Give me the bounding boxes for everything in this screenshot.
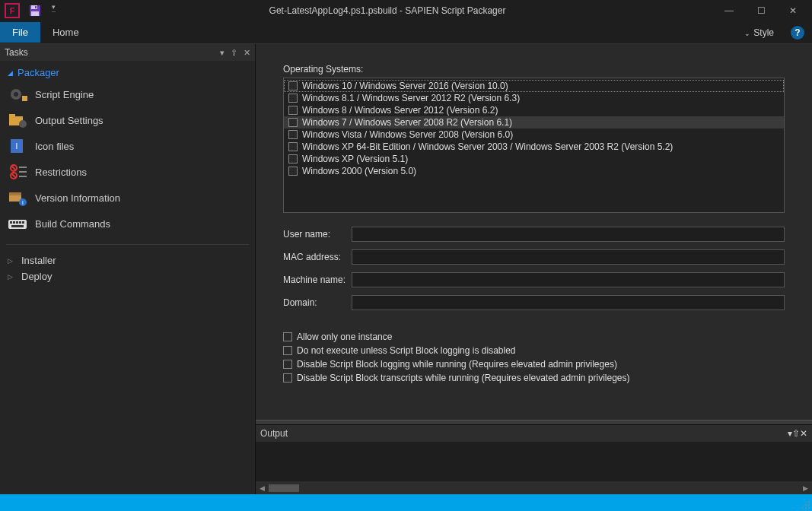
scroll-left-icon[interactable]: ◀	[256, 481, 269, 494]
task-build-commands[interactable]: Build Commands	[0, 211, 255, 236]
os-item[interactable]: Windows 8 / Windows Server 2012 (Version…	[284, 104, 784, 116]
checkbox[interactable]	[288, 167, 298, 176]
os-item[interactable]: Windows 2000 (Version 5.0)	[284, 165, 784, 177]
check-disable-transcripts[interactable]: Disable Script Block transcripts while r…	[283, 371, 785, 385]
icon-file-icon: I	[8, 138, 27, 154]
task-version-information[interactable]: i Version Information	[0, 185, 255, 211]
minimize-button[interactable]: —	[713, 0, 745, 21]
svg-rect-24	[10, 221, 12, 224]
output-panel: Output ▾ ⇧ ✕ ◀ ▶	[256, 424, 812, 494]
task-label: Restrictions	[35, 167, 87, 178]
check-disable-logging[interactable]: Disable Script Block logging while runni…	[283, 357, 785, 371]
svg-rect-6	[22, 96, 27, 101]
restrictions-icon	[8, 163, 27, 180]
svg-rect-16	[19, 167, 27, 168]
section-label: Packager	[18, 67, 59, 78]
tab-file[interactable]: File	[0, 22, 40, 43]
expand-arrow-icon: ▷	[8, 257, 17, 265]
task-label: Script Engine	[35, 89, 94, 100]
svg-rect-2	[31, 11, 39, 16]
svg-point-35	[808, 507, 810, 509]
output-header: Output ▾ ⇧ ✕	[256, 425, 812, 442]
checkbox[interactable]	[288, 81, 298, 90]
scrollbar-thumb[interactable]	[269, 484, 299, 492]
titlebar: F ▾¯ Get-LatestAppLog4.ps1.psbuild - SAP…	[0, 0, 812, 21]
os-item[interactable]: Windows 10 / Windows Server 2016 (Versio…	[284, 80, 784, 92]
collapse-arrow-icon: ◢	[8, 69, 13, 77]
panel-pin-icon[interactable]: ⇧	[792, 428, 800, 439]
keyboard-icon	[8, 215, 27, 232]
tab-home[interactable]: Home	[40, 22, 91, 43]
section-deploy[interactable]: ▷ Deploy	[0, 268, 255, 284]
save-icon[interactable]	[29, 5, 41, 17]
mac-input[interactable]	[352, 249, 785, 265]
svg-rect-28	[22, 221, 24, 224]
check-single-instance[interactable]: Allow only one instance	[283, 330, 785, 344]
content-scroll: Operating Systems: Windows 10 / Windows …	[256, 44, 812, 420]
close-button[interactable]: ✕	[777, 0, 809, 21]
style-menu[interactable]: ⌄Style	[735, 23, 783, 43]
checkbox[interactable]	[288, 118, 298, 127]
qat-dropdown-icon[interactable]: ▾¯	[52, 3, 56, 18]
help-button[interactable]: ?	[791, 26, 804, 40]
svg-rect-3	[35, 6, 37, 8]
os-listbox[interactable]: Windows 10 / Windows Server 2016 (Versio…	[283, 78, 785, 213]
os-item[interactable]: Windows 8.1 / Windows Server 2012 R2 (Ve…	[284, 92, 784, 104]
os-item[interactable]: Windows XP 64-Bit Edition / Windows Serv…	[284, 141, 784, 153]
machine-input[interactable]	[352, 272, 785, 287]
checkbox[interactable]	[288, 94, 298, 103]
svg-line-15	[11, 173, 16, 178]
checkbox[interactable]	[288, 154, 298, 163]
scroll-right-icon[interactable]: ▶	[799, 481, 812, 494]
svg-rect-29	[11, 225, 24, 227]
checkbox[interactable]	[288, 106, 298, 115]
svg-point-33	[802, 507, 804, 509]
tasks-panel: Tasks ▾ ⇧ ✕ ◢ Packager Script Engine	[0, 44, 256, 494]
svg-rect-25	[13, 221, 15, 224]
checkbox[interactable]	[288, 142, 298, 151]
os-item[interactable]: Windows Vista / Windows Server 2008 (Ver…	[284, 129, 784, 141]
panel-pin-icon[interactable]: ⇧	[231, 48, 237, 58]
horizontal-scrollbar[interactable]: ◀ ▶	[256, 481, 812, 494]
tasks-panel-header: Tasks ▾ ⇧ ✕	[0, 44, 255, 61]
svg-point-5	[14, 92, 18, 97]
panel-dropdown-icon[interactable]: ▾	[220, 48, 224, 58]
task-label: Version Information	[35, 192, 120, 204]
section-installer[interactable]: ▷ Installer	[0, 252, 255, 268]
os-label: Operating Systems:	[283, 64, 785, 75]
task-label: Icon files	[35, 141, 74, 152]
checkbox[interactable]	[288, 130, 298, 139]
task-script-engine[interactable]: Script Engine	[0, 81, 255, 107]
sub-item-label: Installer	[21, 255, 56, 266]
domain-input[interactable]	[352, 295, 785, 310]
box-info-icon: i	[8, 189, 27, 206]
svg-rect-8	[9, 114, 15, 117]
checkbox[interactable]	[283, 360, 292, 369]
task-restrictions[interactable]: Restrictions	[0, 159, 255, 185]
svg-point-30	[808, 501, 810, 503]
task-icon-files[interactable]: I Icon files	[0, 133, 255, 159]
panel-close-icon[interactable]: ✕	[244, 48, 250, 58]
tasks-panel-title: Tasks	[5, 47, 214, 58]
checkbox[interactable]	[283, 332, 292, 341]
task-output-settings[interactable]: Output Settings	[0, 107, 255, 133]
resize-grip-icon[interactable]	[800, 499, 810, 509]
maximize-button[interactable]: ☐	[745, 0, 777, 21]
divider	[6, 244, 249, 245]
svg-rect-20	[9, 192, 21, 195]
output-title: Output	[260, 428, 788, 439]
panel-close-icon[interactable]: ✕	[800, 428, 807, 439]
app-window: F ▾¯ Get-LatestAppLog4.ps1.psbuild - SAP…	[0, 0, 812, 494]
app-logo-icon: F	[5, 3, 20, 18]
checkbox[interactable]	[283, 373, 292, 382]
section-packager[interactable]: ◢ Packager	[0, 64, 255, 81]
os-item[interactable]: Windows 7 / Windows Server 2008 R2 (Vers…	[284, 116, 784, 129]
os-item[interactable]: Windows XP (Version 5.1)	[284, 153, 784, 165]
username-input[interactable]	[352, 227, 785, 242]
svg-rect-23	[8, 220, 27, 229]
checkbox[interactable]	[283, 346, 292, 355]
window-title: Get-LatestAppLog4.ps1.psbuild - SAPIEN S…	[62, 5, 713, 16]
expand-arrow-icon: ▷	[8, 273, 17, 281]
folder-gear-icon	[8, 112, 27, 129]
check-scriptblock-logging[interactable]: Do not execute unless Script Block loggi…	[283, 344, 785, 357]
